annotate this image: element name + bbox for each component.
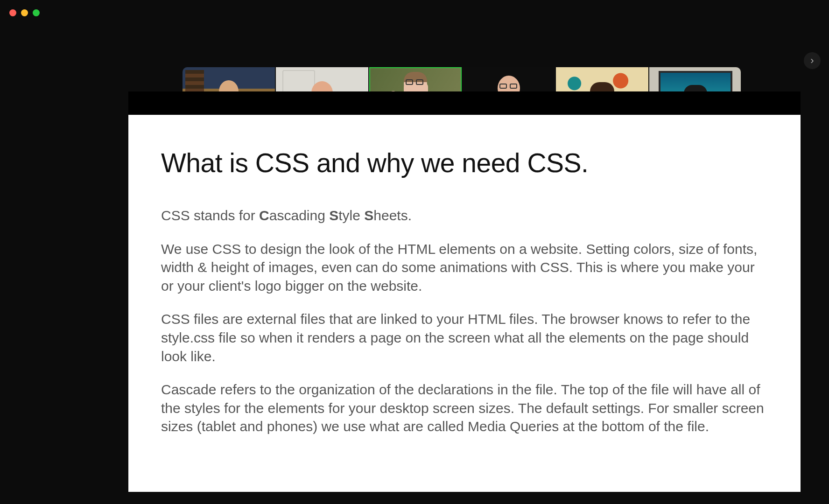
close-window-button[interactable] — [9, 9, 16, 16]
window-controls — [9, 9, 40, 16]
shared-screen: What is CSS and why we need CSS. CSS sta… — [128, 91, 801, 492]
slide-content: What is CSS and why we need CSS. CSS sta… — [128, 115, 801, 492]
slide-paragraph-3: CSS files are external files that are li… — [161, 310, 768, 365]
maximize-window-button[interactable] — [33, 9, 40, 16]
slide-paragraph-1: CSS stands for Cascading Style Sheets. — [161, 206, 768, 225]
next-participants-button[interactable]: › — [804, 52, 821, 69]
slide-paragraph-4: Cascade refers to the organization of th… — [161, 380, 768, 436]
minimize-window-button[interactable] — [21, 9, 28, 16]
slide-paragraph-2: We use CSS to design the look of the HTM… — [161, 240, 768, 295]
chevron-right-icon: › — [810, 55, 814, 67]
slide-title: What is CSS and why we need CSS. — [161, 147, 768, 178]
